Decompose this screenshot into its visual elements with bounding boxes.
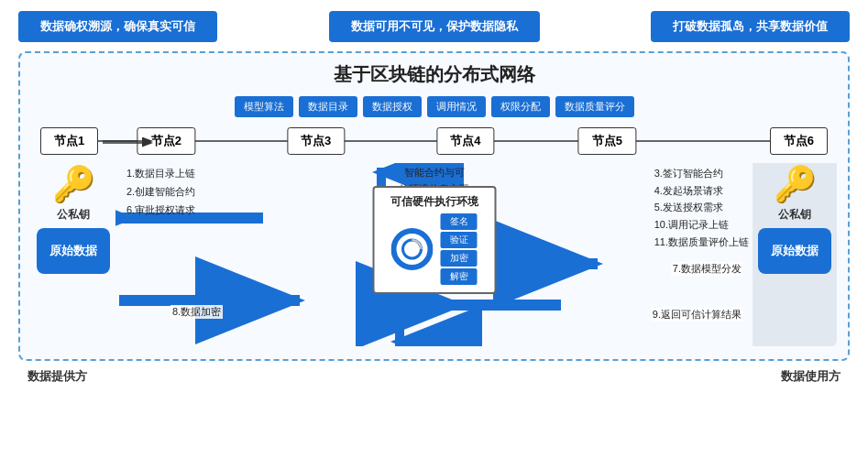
provider-panel: 🔑 公私钥 原始数据 (31, 163, 115, 346)
anno-left-0: 1.数据目录上链 (126, 165, 195, 183)
tag-3: 调用情况 (427, 96, 486, 117)
anno-left-2: 6.审批授权请求 (126, 202, 195, 220)
bottom-labels: 数据提供方 数据使用方 (0, 365, 868, 385)
tag-5: 数据质量评分 (555, 96, 634, 117)
tee-op-2: 加密 (441, 250, 478, 267)
node-5: 节点5 (578, 127, 636, 155)
tee-title: 可信硬件执行环境 (390, 195, 478, 209)
node-4: 节点4 (436, 127, 494, 155)
user-label: 数据使用方 (781, 368, 841, 385)
data-box-right: 原始数据 (758, 228, 831, 274)
banner-1: 数据确权溯源，确保真实可信 (18, 11, 217, 42)
banner-3: 打破数据孤岛，共享数据价值 (651, 11, 850, 42)
key-label-left: 公私钥 (57, 207, 90, 223)
tag-0: 模型算法 (235, 96, 293, 117)
svg-point-13 (394, 231, 431, 267)
bottom-section: 🔑 公私钥 原始数据 (31, 163, 837, 346)
node-3: 节点3 (287, 127, 345, 155)
tee-box: 可信硬件执行环境 签名 验证 加密 解密 (372, 186, 496, 294)
annotation-left: 1.数据目录上链 2.创建智能合约 6.审批授权请求 (126, 165, 195, 219)
key-icon-right: 🔑 (774, 167, 817, 202)
anno-top-center-0: 智能合约与可 (399, 165, 469, 181)
node-6: 节点6 (770, 127, 828, 155)
tag-2: 数据授权 (363, 96, 422, 117)
diagram-title: 基于区块链的分布式网络 (31, 62, 837, 87)
diagram-area: 基于区块链的分布式网络 模型算法 数据目录 数据授权 调用情况 权限分配 数据质… (18, 51, 850, 361)
data-box-left: 原始数据 (37, 228, 110, 274)
anno-right-0: 3.签订智能合约 (654, 165, 749, 182)
anno-right-4: 11.数据质量评价上链 (654, 234, 749, 251)
tag-4: 权限分配 (491, 96, 550, 117)
tag-row: 模型算法 数据目录 数据授权 调用情况 权限分配 数据质量评分 (31, 96, 837, 117)
tee-op-0: 签名 (441, 213, 478, 230)
tee-ops: 签名 验证 加密 解密 (441, 213, 478, 285)
arrow-result-label: 9.返回可信计算结果 (651, 308, 743, 322)
arrow-encrypt-label: 8.数据加密 (170, 305, 223, 319)
provider-label: 数据提供方 (27, 368, 87, 385)
tee-inner: 签名 验证 加密 解密 (391, 213, 478, 285)
anno-left-1: 2.创建智能合约 (126, 183, 195, 202)
annotation-right: 3.签订智能合约 4.发起场景请求 5.发送授权需求 10.调用记录上链 11.… (654, 165, 749, 250)
page-root: 数据确权溯源，确保真实可信 数据可用不可见，保护数据隐私 打破数据孤岛，共享数据… (0, 0, 868, 458)
anno-right-2: 5.发送授权需求 (654, 199, 749, 216)
tee-op-3: 解密 (441, 268, 478, 285)
key-icon-left: 🔑 (52, 167, 95, 202)
tee-icon (391, 228, 434, 270)
node-1: 节点1 (40, 127, 98, 155)
nodes-row: 节点1 节点2 节点3 节点4 节点5 节点6 (40, 125, 828, 158)
banner-2: 数据可用不可见，保护数据隐私 (329, 11, 540, 42)
arrow-model-label: 7.数据模型分发 (671, 262, 743, 276)
top-banners: 数据确权溯源，确保真实可信 数据可用不可见，保护数据隐私 打破数据孤岛，共享数据… (0, 0, 868, 51)
anno-right-3: 10.调用记录上链 (654, 216, 749, 234)
middle-area: 1.数据目录上链 2.创建智能合约 6.审批授权请求 8.数据加密 可信硬件执行… (115, 163, 753, 346)
key-label-right: 公私钥 (778, 207, 811, 223)
anno-right-1: 4.发起场景请求 (654, 182, 749, 200)
tag-1: 数据目录 (299, 96, 357, 117)
user-panel: 🔑 公私钥 原始数据 (753, 163, 837, 346)
tee-op-1: 验证 (441, 232, 478, 248)
node-2: 节点2 (137, 127, 195, 155)
